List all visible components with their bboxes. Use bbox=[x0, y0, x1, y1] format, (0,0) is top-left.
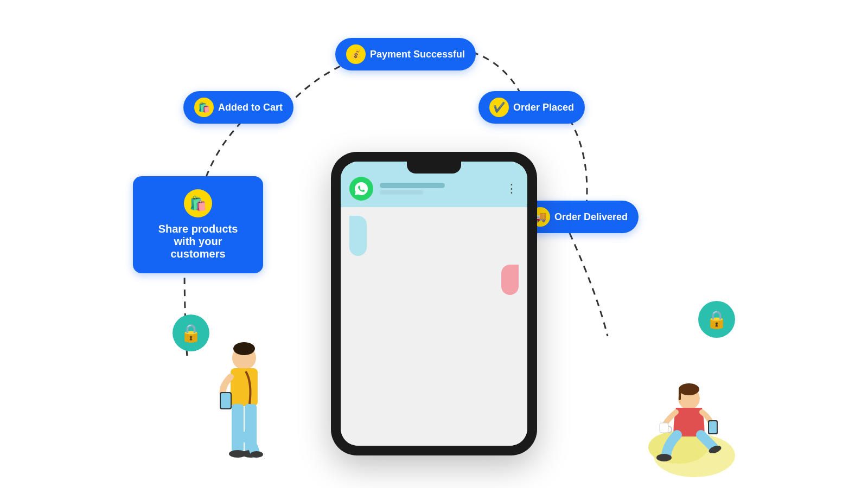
svg-point-17 bbox=[656, 454, 672, 461]
svg-rect-4 bbox=[221, 393, 231, 408]
chat-name-bar bbox=[380, 183, 499, 195]
lock-right: 🔒 bbox=[698, 301, 735, 338]
share-icon: 🛍️ bbox=[184, 189, 212, 217]
order-placed-label: Order Placed bbox=[513, 102, 574, 113]
person-right bbox=[624, 347, 738, 477]
message-sent bbox=[501, 265, 519, 295]
svg-rect-19 bbox=[660, 423, 668, 433]
svg-rect-2 bbox=[231, 368, 258, 406]
cart-label: Added to Cart bbox=[218, 102, 283, 113]
message-received bbox=[349, 216, 367, 256]
person-left bbox=[209, 328, 279, 474]
svg-point-1 bbox=[233, 342, 255, 355]
svg-point-9 bbox=[250, 451, 263, 458]
order-delivered-label: Order Delivered bbox=[554, 211, 628, 223]
chat-name-line bbox=[380, 183, 445, 188]
share-label: Share products with your customers bbox=[148, 223, 248, 260]
order-placed-icon: ✔️ bbox=[489, 98, 509, 117]
chat-body bbox=[341, 207, 527, 446]
share-products-badge: 🛍️ Share products with your customers bbox=[133, 176, 263, 273]
phone-mockup: ⋮ bbox=[331, 152, 537, 455]
svg-rect-5 bbox=[232, 404, 244, 453]
phone-notch bbox=[407, 162, 461, 174]
order-placed-badge: ✔️ Order Placed bbox=[478, 91, 585, 124]
payment-badge: 💰 Payment Successful bbox=[335, 38, 476, 70]
payment-label: Payment Successful bbox=[370, 49, 465, 60]
order-delivered-badge: 🚚 Order Delivered bbox=[520, 201, 639, 233]
svg-rect-16 bbox=[709, 421, 717, 433]
whatsapp-icon bbox=[349, 177, 373, 201]
menu-dots[interactable]: ⋮ bbox=[506, 182, 519, 196]
phone-screen: ⋮ bbox=[341, 162, 527, 446]
svg-rect-14 bbox=[679, 389, 681, 400]
lock-left: 🔒 bbox=[173, 314, 209, 351]
svg-point-13 bbox=[679, 383, 699, 395]
cart-icon: 🛍️ bbox=[194, 98, 214, 117]
chat-sub-line bbox=[380, 190, 423, 195]
payment-icon: 💰 bbox=[346, 44, 366, 64]
added-to-cart-badge: 🛍️ Added to Cart bbox=[183, 91, 293, 124]
scene: { "badges": { "payment": { "label": "Pay… bbox=[0, 0, 868, 488]
